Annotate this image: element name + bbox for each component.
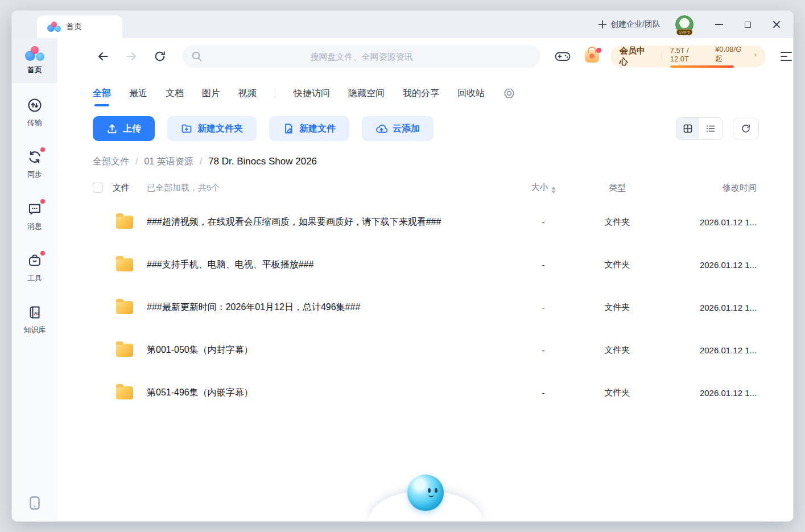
- storage-summary[interactable]: 7.5T / 12.0T ¥0.08/G起 ›: [670, 45, 757, 68]
- sidebar-item-knowledge[interactable]: AI 知识库: [12, 297, 57, 342]
- tab-hidden-space[interactable]: 隐藏空间: [348, 88, 385, 100]
- table-row[interactable]: ###支持手机、电脑、电视、平板播放### - 文件夹 2026.01.12 1…: [57, 244, 793, 286]
- ai-knowledge-icon: AI: [26, 304, 43, 321]
- file-name[interactable]: ###最新更新时间：2026年01月12日，总计496集###: [147, 302, 512, 314]
- tab-title: 首页: [66, 22, 82, 32]
- main-menu-icon[interactable]: [781, 52, 793, 61]
- cloud-add-label: 云添加: [393, 123, 420, 135]
- tab-settings-icon[interactable]: [503, 87, 515, 100]
- file-name[interactable]: ###支持手机、电脑、电视、平板播放###: [147, 259, 512, 271]
- home-icon: [25, 46, 44, 61]
- file-size: -: [512, 260, 575, 270]
- list-view-icon[interactable]: [699, 118, 722, 139]
- browser-nav-row: 会员中心 7.5T / 12.0T ¥0.08/G起 ›: [57, 38, 793, 75]
- forward-icon[interactable]: [125, 50, 138, 63]
- svg-text:AI: AI: [34, 311, 39, 316]
- folder-icon: [116, 344, 133, 357]
- main-content: 会员中心 7.5T / 12.0T ¥0.08/G起 › 全部: [57, 38, 793, 521]
- file-type: 文件夹: [575, 302, 660, 313]
- notification-dot: [596, 48, 601, 53]
- sidebar-item-label: 同步: [27, 170, 42, 180]
- tab-videos[interactable]: 视频: [238, 88, 257, 100]
- new-folder-button[interactable]: 新建文件夹: [167, 116, 257, 141]
- breadcrumb-parent[interactable]: 01 英语资源: [144, 156, 193, 168]
- mobile-app-icon[interactable]: [12, 495, 57, 511]
- file-name[interactable]: ###超清视频，在线观看会压缩画质，如果要画质好，请下载下来观看###: [147, 216, 512, 228]
- sidebar-item-messages[interactable]: 消息: [12, 193, 57, 238]
- file-size: -: [512, 345, 575, 355]
- plus-icon: [598, 20, 606, 28]
- sidebar-item-home[interactable]: 首页: [12, 38, 57, 83]
- breadcrumb: 全部文件 / 01 英语资源 / 78 Dr. Binocs Show 2026: [57, 149, 793, 175]
- tab-quick-access[interactable]: 快捷访问: [294, 88, 330, 100]
- tab-all[interactable]: 全部: [93, 88, 111, 100]
- storage-progress: [670, 65, 734, 68]
- breadcrumb-root[interactable]: 全部文件: [93, 156, 129, 168]
- file-modified: 2026.01.12 1...: [660, 388, 757, 398]
- file-type: 文件夹: [575, 345, 660, 356]
- table-row[interactable]: ###最新更新时间：2026年01月12日，总计496集### - 文件夹 20…: [57, 286, 793, 329]
- refresh-list-icon[interactable]: [733, 118, 759, 139]
- shopping-bag-icon[interactable]: [585, 50, 599, 63]
- file-size: -: [512, 303, 575, 312]
- avatar[interactable]: SVIP6: [675, 15, 693, 34]
- sidebar-item-sync[interactable]: 同步: [12, 142, 57, 187]
- member-center[interactable]: 会员中心 7.5T / 12.0T ¥0.08/G起 ›: [610, 46, 766, 67]
- divider: [275, 88, 275, 98]
- select-all-checkbox[interactable]: [93, 183, 103, 193]
- app-window: 首页 创建企业/团队 SVIP6 首页: [11, 10, 794, 522]
- back-icon[interactable]: [96, 50, 110, 63]
- notification-dot: [40, 251, 45, 255]
- search-input[interactable]: [183, 45, 540, 68]
- game-center-icon[interactable]: [554, 49, 571, 64]
- upload-icon: [106, 123, 118, 134]
- column-size[interactable]: 大小: [512, 182, 575, 193]
- assistant-ball-icon[interactable]: [407, 475, 444, 511]
- table-row[interactable]: 第051-496集（内嵌字幕） - 文件夹 2026.01.12 1...: [57, 372, 793, 414]
- upload-button[interactable]: 上传: [93, 116, 155, 141]
- column-type: 类型: [575, 183, 660, 193]
- action-toolbar: 上传 新建文件夹 新建文件 云添加: [57, 109, 793, 149]
- grid-view-icon[interactable]: [676, 118, 699, 139]
- create-team-label: 创建企业/团队: [610, 19, 660, 30]
- sidebar-item-transfer[interactable]: 传输: [12, 90, 57, 135]
- tab-images[interactable]: 图片: [202, 88, 220, 100]
- file-name[interactable]: 第001-050集（内封字幕）: [147, 344, 512, 356]
- sidebar-item-label: 知识库: [24, 325, 46, 335]
- file-type: 文件夹: [575, 387, 660, 398]
- message-icon: [26, 200, 43, 217]
- table-row[interactable]: ###超清视频，在线观看会压缩画质，如果要画质好，请下载下来观看### - 文件…: [57, 201, 793, 244]
- search-icon: [191, 51, 203, 62]
- close-icon[interactable]: [773, 20, 781, 28]
- create-team-button[interactable]: 创建企业/团队: [598, 19, 660, 30]
- loaded-status: 已全部加载，共5个: [147, 183, 512, 193]
- tab-my-shares[interactable]: 我的分享: [403, 88, 439, 100]
- table-row[interactable]: 第001-050集（内封字幕） - 文件夹 2026.01.12 1...: [57, 329, 793, 372]
- cloud-upload-icon: [375, 123, 387, 135]
- new-file-label: 新建文件: [299, 123, 336, 135]
- tab-recycle-bin[interactable]: 回收站: [457, 88, 485, 100]
- sidebar: 首页 传输 同步: [12, 38, 57, 521]
- breadcrumb-separator: /: [135, 156, 138, 167]
- maximize-icon[interactable]: [745, 22, 751, 28]
- home-tab[interactable]: 首页: [37, 15, 122, 38]
- tab-recent[interactable]: 最近: [129, 88, 147, 100]
- sort-icon: [551, 187, 556, 193]
- storage-price: ¥0.08/G起: [715, 45, 749, 64]
- column-modified: 修改时间: [660, 183, 757, 193]
- file-modified: 2026.01.12 1...: [660, 260, 757, 270]
- folder-icon: [116, 301, 133, 314]
- tab-documents[interactable]: 文档: [166, 88, 184, 100]
- table-header: 文件 已全部加载，共5个 大小 类型 修改时间: [57, 175, 793, 201]
- sidebar-item-tools[interactable]: 工具: [12, 245, 57, 290]
- new-file-button[interactable]: 新建文件: [269, 116, 349, 141]
- refresh-icon[interactable]: [153, 50, 167, 63]
- sidebar-item-label: 消息: [27, 221, 42, 232]
- sync-icon: [26, 149, 43, 166]
- breadcrumb-current: 78 Dr. Binocs Show 2026: [208, 156, 317, 167]
- file-type: 文件夹: [575, 259, 660, 270]
- cloud-add-button[interactable]: 云添加: [362, 116, 434, 141]
- minimize-icon[interactable]: [715, 24, 723, 25]
- vip-badge: SVIP6: [676, 29, 692, 35]
- file-name[interactable]: 第051-496集（内嵌字幕）: [147, 387, 512, 399]
